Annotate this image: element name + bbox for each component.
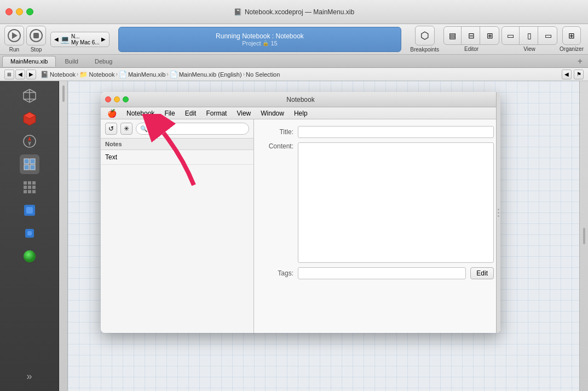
breadcrumb-sep-4: › — [243, 71, 245, 77]
title-row: Title: — [261, 126, 494, 138]
editor-btn-1[interactable]: ▤ — [444, 27, 462, 44]
add-tab-button[interactable]: + — [574, 56, 586, 66]
breadcrumb-sep-2: › — [116, 71, 118, 77]
scheme-arrow-left: ◀ — [54, 36, 59, 42]
menu-format[interactable]: Format — [201, 108, 231, 118]
breadcrumb-notebook-2[interactable]: 📁 Notebook — [79, 71, 114, 78]
notebook-right-handle[interactable] — [496, 92, 500, 333]
detail-panel: Title: Content: Tags: Edit — [254, 119, 500, 333]
right-resize-handle[interactable] — [583, 228, 585, 244]
menu-view[interactable]: View — [232, 108, 255, 118]
breadcrumb-icon-1: 📓 — [41, 71, 49, 78]
scheme-selector[interactable]: ◀ 💻 N... My Mac 6... ▶ — [50, 32, 109, 47]
view-group: ▭ ▯ ▭ View — [501, 26, 557, 52]
breadcrumb-back[interactable]: ◀ — [15, 70, 25, 79]
menu-notebook[interactable]: Notebook — [122, 108, 159, 118]
tab-bar: MainMenu.xib Build Debug + — [0, 55, 588, 68]
breakpoints-label: Breakpoints — [410, 47, 439, 53]
minimize-button[interactable] — [16, 8, 23, 15]
breadcrumb-icon-4: 📄 — [170, 71, 178, 78]
notes-toolbar: ↺ ✳ 🔍 — [101, 119, 253, 139]
editor-btn-3[interactable]: ⊞ — [481, 27, 499, 44]
tags-input[interactable] — [298, 267, 466, 279]
sidebar-icon-cube-red[interactable] — [20, 108, 39, 128]
build-status: Running Notebook : Notebook Project 🔒 15 — [118, 27, 402, 52]
grid-view-button[interactable]: ⊞ — [4, 70, 14, 79]
stop-circle — [30, 29, 43, 42]
run-stop-group: Run Stop — [4, 26, 46, 53]
maximize-button[interactable] — [26, 8, 33, 15]
scheme-icon: 💻 — [60, 35, 70, 44]
menu-file[interactable]: File — [160, 108, 179, 118]
breakpoints-button[interactable]: ⬡ Breakpoints — [410, 26, 439, 53]
dot-2 — [498, 212, 499, 214]
stop-square-inner — [33, 33, 39, 38]
scheme-sub: My Mac 6... — [71, 39, 100, 45]
add-button[interactable]: ✳ — [120, 123, 132, 135]
content-left-handle — [59, 81, 68, 391]
sidebar-icon-box-blue-big[interactable] — [20, 200, 39, 220]
title-input[interactable] — [298, 126, 494, 138]
main-toolbar: Run Stop ◀ 💻 N... My Mac 6... ▶ Running … — [0, 24, 588, 55]
run-icon — [4, 26, 24, 45]
sidebar-more-button[interactable]: » — [22, 366, 36, 387]
sidebar-icon-compass[interactable] — [20, 131, 39, 151]
edit-button[interactable]: Edit — [470, 267, 494, 279]
breadcrumb-icon-3: 📄 — [119, 71, 127, 78]
breadcrumb-end-right[interactable]: ⚑ — [574, 70, 584, 79]
organizer-btn[interactable]: ⊞ — [563, 27, 580, 44]
scheme-name: N... — [71, 33, 80, 39]
view-btn-2[interactable]: ▯ — [521, 27, 538, 44]
notes-list: Notes Text — [101, 139, 253, 333]
breadcrumb-end-left[interactable]: ◀ — [562, 70, 572, 79]
editor-btn-2[interactable]: ⊟ — [463, 27, 480, 44]
notebook-close[interactable] — [105, 96, 111, 102]
sidebar-icon-grid-small[interactable] — [20, 177, 39, 197]
project-count: 15 — [270, 40, 277, 47]
menu-window[interactable]: Window — [256, 108, 289, 118]
notebook-window-title: Notebook — [286, 96, 314, 104]
tab-mainmenu-xib[interactable]: MainMenu.xib — [2, 56, 56, 67]
svg-rect-18 — [32, 186, 36, 189]
refresh-button[interactable]: ↺ — [105, 123, 117, 135]
svg-rect-11 — [24, 165, 29, 170]
dot-3 — [498, 215, 499, 217]
left-sidebar: » — [0, 81, 59, 391]
svg-point-26 — [24, 250, 36, 262]
breadcrumb-notebook-1[interactable]: 📓 Notebook — [41, 71, 76, 78]
sidebar-icon-cube-outline[interactable] — [20, 85, 39, 105]
svg-rect-10 — [30, 159, 35, 164]
breadcrumb-no-selection: No Selection — [246, 71, 280, 78]
search-input[interactable] — [136, 123, 249, 135]
breadcrumb-forward[interactable]: ▶ — [26, 70, 36, 79]
svg-rect-9 — [24, 159, 29, 164]
stop-button[interactable]: Stop — [26, 26, 46, 53]
build-status-sub: Project 🔒 15 — [242, 40, 278, 47]
svg-rect-23 — [26, 207, 33, 214]
view-btn-1[interactable]: ▭ — [502, 27, 520, 44]
svg-rect-21 — [32, 190, 36, 193]
notes-list-item[interactable]: Text — [101, 150, 253, 165]
view-btn-3[interactable]: ▭ — [539, 27, 557, 44]
run-button[interactable]: Run — [4, 26, 24, 53]
search-icon: 🔍 — [140, 125, 148, 133]
notebook-minimize[interactable] — [114, 96, 120, 102]
sidebar-icon-grid-view[interactable] — [20, 154, 39, 174]
left-resize-handle[interactable] — [62, 85, 65, 102]
sidebar-icon-sphere-green[interactable] — [20, 246, 39, 266]
search-wrapper: 🔍 — [136, 123, 249, 135]
breadcrumb-mainmenu[interactable]: 📄 MainMenu.xib — [119, 71, 165, 78]
content-textarea[interactable] — [298, 142, 494, 263]
tab-debug[interactable]: Debug — [87, 56, 120, 67]
breadcrumb-end: ◀ ⚑ — [562, 70, 584, 79]
notebook-maximize[interactable] — [123, 96, 129, 102]
tags-row: Tags: Edit — [261, 267, 494, 279]
breadcrumb-mainmenu-english[interactable]: 📄 MainMenu.xib (English) — [170, 71, 242, 78]
close-button[interactable] — [5, 8, 13, 15]
menu-help[interactable]: Help — [290, 108, 312, 118]
apple-menu[interactable]: 🍎 — [103, 109, 121, 118]
content-row: Content: — [261, 142, 494, 263]
sidebar-icon-box-blue-small[interactable] — [20, 223, 39, 243]
menu-edit[interactable]: Edit — [181, 108, 201, 118]
tab-build[interactable]: Build — [57, 56, 85, 67]
